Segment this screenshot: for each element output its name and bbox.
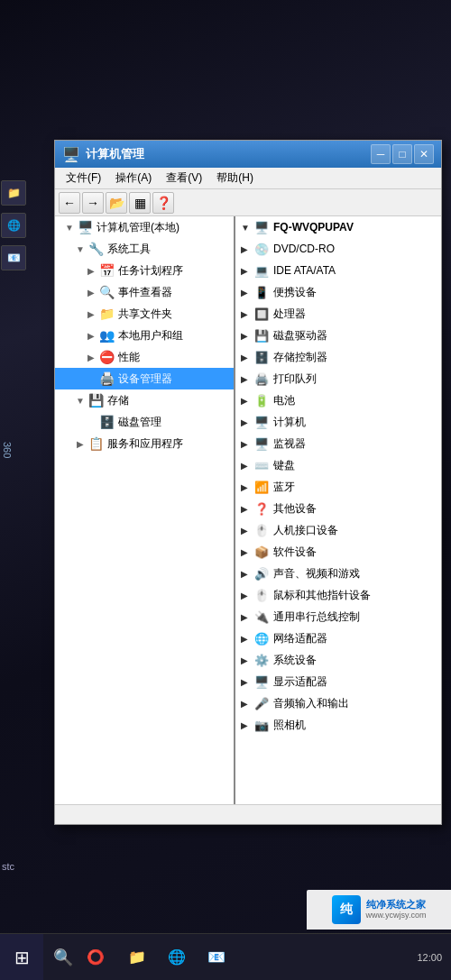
cortana-button[interactable]: ⭕ (79, 941, 112, 974)
storage-icon: 💾 (87, 392, 104, 408)
watermark: 纯 纯净系统之家 www.ycwjsy.com (307, 890, 451, 930)
device-ide[interactable]: ▶ 💻 IDE ATA/ATA (235, 260, 441, 281)
tree-storage[interactable]: ▼ 💾 存储 (55, 389, 234, 411)
device-usb[interactable]: ▶ 🔌 通用串行总线控制 (235, 606, 441, 627)
tree-task-scheduler[interactable]: ▶ 📅 任务计划程序 (55, 260, 234, 281)
device-portable[interactable]: ▶ 📱 便携设备 (235, 281, 441, 303)
tree-performance[interactable]: ▶ ⛔ 性能 (55, 346, 234, 368)
portable-label: 便携设备 (273, 285, 317, 300)
event-viewer-label: 事件查看器 (118, 285, 172, 300)
local-users-label: 本地用户和组 (118, 328, 183, 343)
device-computer[interactable]: ▶ 🖥️ 计算机 (235, 411, 441, 433)
software-icon: 📦 (253, 544, 270, 560)
device-audio-io[interactable]: ▶ 🎤 音频输入和输出 (235, 692, 441, 714)
hid-expand: ▶ (241, 526, 253, 536)
device-keyboard[interactable]: ▶ ⌨️ 键盘 (235, 454, 441, 476)
device-software[interactable]: ▶ 📦 软件设备 (235, 541, 441, 563)
text-360: 360 (2, 442, 13, 458)
computer-expand: ▶ (241, 417, 253, 427)
system-tools-expand: ▼ (73, 242, 87, 256)
search-button[interactable]: 🔍 (47, 941, 79, 974)
task-scheduler-label: 任务计划程序 (118, 263, 183, 279)
bluetooth-label: 蓝牙 (273, 480, 295, 495)
monitor-expand: ▶ (241, 439, 253, 449)
services-label: 服务和应用程序 (107, 436, 183, 452)
mouse-label: 鼠标和其他指针设备 (273, 588, 371, 603)
tree-shared-folders[interactable]: ▶ 📁 共享文件夹 (55, 303, 234, 325)
disk-management-expand (84, 415, 98, 429)
device-dvd[interactable]: ▶ 💿 DVD/CD-RO (235, 238, 441, 260)
device-header-expand: ▼ (241, 223, 253, 233)
bluetooth-expand: ▶ (241, 482, 253, 492)
tree-event-viewer[interactable]: ▶ 🔍 事件查看器 (55, 281, 234, 303)
disk-drive-icon: 💾 (253, 327, 270, 343)
back-button[interactable]: ← (59, 192, 80, 214)
tree-device-manager[interactable]: 🖨️ 设备管理器 (55, 368, 234, 389)
help-button[interactable]: ❓ (152, 192, 174, 214)
tree-disk-management[interactable]: 🗄️ 磁盘管理 (55, 411, 234, 433)
device-processor[interactable]: ▶ 🔲 处理器 (235, 303, 441, 325)
network-icon: 🌐 (253, 630, 270, 646)
tree-root[interactable]: ▼ 🖥️ 计算机管理(本地) (55, 216, 234, 238)
minimize-button[interactable]: ─ (371, 144, 391, 164)
device-system[interactable]: ▶ ⚙️ 系统设备 (235, 649, 441, 671)
print-queue-label: 打印队列 (273, 371, 317, 387)
toolbar: ← → 📂 ▦ ❓ (55, 189, 441, 216)
keyboard-icon: ⌨️ (253, 457, 270, 473)
device-print-queue[interactable]: ▶ 🖨️ 打印队列 (235, 368, 441, 389)
menu-view[interactable]: 查看(V) (159, 169, 209, 188)
audio-video-label: 声音、视频和游戏 (273, 566, 360, 582)
cortana-icon: ⭕ (87, 948, 105, 966)
menu-help[interactable]: 帮助(H) (209, 169, 261, 188)
battery-icon: 🔋 (253, 392, 270, 408)
tree-services[interactable]: ▶ 📋 服务和应用程序 (55, 433, 234, 454)
tree-system-tools[interactable]: ▼ 🔧 系统工具 (55, 238, 234, 260)
close-button[interactable]: ✕ (414, 144, 434, 164)
taskbar-app-2[interactable]: 🌐 (159, 934, 195, 981)
usb-expand: ▶ (241, 612, 253, 622)
menu-file[interactable]: 文件(F) (59, 169, 108, 188)
shared-folders-label: 共享文件夹 (118, 307, 172, 322)
device-monitor[interactable]: ▶ 🖥️ 监视器 (235, 433, 441, 454)
device-disk-drive[interactable]: ▶ 💾 磁盘驱动器 (235, 325, 441, 346)
network-label: 网络适配器 (273, 631, 327, 646)
software-expand: ▶ (241, 547, 253, 557)
storage-ctrl-expand: ▶ (241, 353, 253, 362)
window-controls: ─ □ ✕ (371, 144, 434, 164)
device-battery[interactable]: ▶ 🔋 电池 (235, 389, 441, 411)
view-button[interactable]: ▦ (129, 192, 151, 214)
menu-action[interactable]: 操作(A) (108, 169, 159, 188)
watermark-brand: 纯净系统之家 (366, 898, 427, 911)
taskbar-app-1[interactable]: 📁 (119, 934, 155, 981)
device-audio-video[interactable]: ▶ 🔊 声音、视频和游戏 (235, 563, 441, 584)
forward-button[interactable]: → (82, 192, 104, 214)
mouse-expand: ▶ (241, 591, 253, 600)
display-icon: 🖥️ (253, 673, 270, 690)
bluetooth-icon: 📶 (253, 479, 270, 495)
storage-label: 存储 (107, 393, 129, 408)
computer-icon: 🖥️ (253, 414, 270, 430)
tree-local-users[interactable]: ▶ 👥 本地用户和组 (55, 325, 234, 346)
device-storage-ctrl[interactable]: ▶ 🗄️ 存储控制器 (235, 346, 441, 368)
start-button[interactable]: ⊞ (0, 934, 43, 981)
taskbar-app-3[interactable]: 📧 (198, 934, 235, 981)
device-bluetooth[interactable]: ▶ 📶 蓝牙 (235, 476, 441, 498)
device-display[interactable]: ▶ 🖥️ 显示适配器 (235, 671, 441, 692)
device-camera[interactable]: ▶ 📷 照相机 (235, 714, 441, 736)
audio-io-icon: 🎤 (253, 695, 270, 711)
device-hid[interactable]: ▶ 🖱️ 人机接口设备 (235, 519, 441, 541)
device-network[interactable]: ▶ 🌐 网络适配器 (235, 627, 441, 649)
processor-expand: ▶ (241, 309, 253, 319)
audio-io-label: 音频输入和输出 (273, 696, 349, 711)
taskbar-time: 12:00 (417, 952, 442, 963)
system-expand: ▶ (241, 655, 253, 665)
ide-expand: ▶ (241, 266, 253, 276)
performance-icon: ⛔ (98, 349, 115, 365)
maximize-button[interactable]: □ (392, 144, 412, 164)
device-mouse[interactable]: ▶ 🖱️ 鼠标和其他指针设备 (235, 584, 441, 606)
computer-label: 计算机 (273, 415, 306, 430)
window-icon: 🖥️ (62, 146, 80, 163)
up-button[interactable]: 📂 (106, 192, 127, 214)
device-other[interactable]: ▶ ❓ 其他设备 (235, 498, 441, 519)
device-header[interactable]: ▼ 🖥️ FQ-WVQPUPAV (235, 216, 441, 238)
